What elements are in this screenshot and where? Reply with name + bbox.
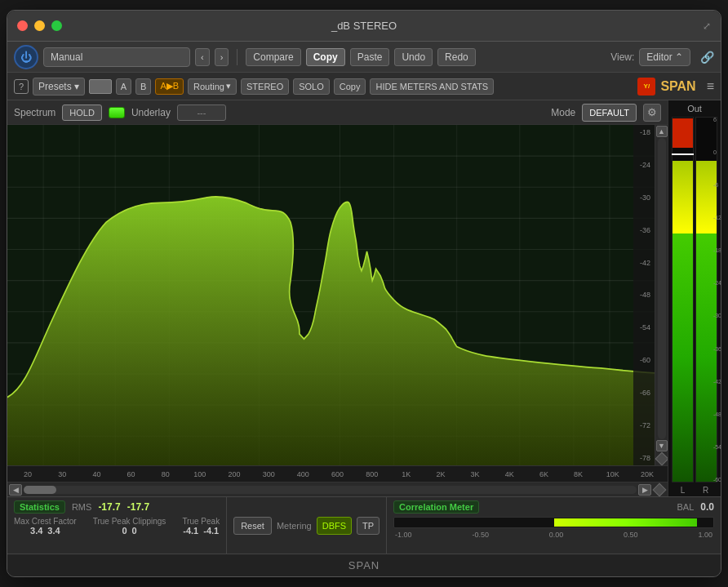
- underlay-box[interactable]: ---: [177, 105, 226, 121]
- true-peak-val1: -4.1: [183, 526, 198, 536]
- scroll-left-arrow[interactable]: ◀: [9, 484, 22, 496]
- db-neg54: -54: [713, 444, 721, 450]
- meter-bars-container: 6 0 -6 -12 -18 -24 -30 -36 -42 -48 -54 -…: [668, 115, 721, 484]
- redo-button[interactable]: Redo: [437, 48, 476, 66]
- routing-button[interactable]: Routing ▾: [188, 78, 237, 95]
- freq-80: 80: [149, 470, 183, 478]
- close-button[interactable]: [17, 20, 28, 31]
- corr-scale-1: 1.00: [698, 531, 712, 539]
- max-crest-values: 3.4 3.4: [30, 526, 60, 536]
- color-block[interactable]: [89, 79, 112, 94]
- meter-db-scale: 6 0 -6 -12 -18 -24 -30 -36 -42 -48 -54 -…: [713, 115, 721, 484]
- menu-icon[interactable]: ≡: [707, 79, 714, 94]
- nav-prev-button[interactable]: ‹: [195, 48, 210, 66]
- correlation-section: Correlation Meter BAL 0.0 -1.00 -0.50 0.…: [387, 497, 721, 554]
- fullscreen-button[interactable]: [51, 20, 62, 31]
- scroll-down-arrow[interactable]: ▼: [656, 440, 668, 451]
- presets-button[interactable]: Presets ▾: [33, 78, 85, 96]
- db-neg30: -30: [713, 313, 721, 318]
- link-icon[interactable]: 🔗: [700, 51, 714, 64]
- freq-1k: 1K: [389, 470, 424, 478]
- db-neg60: -60: [713, 477, 721, 482]
- db-label-24: -24: [635, 161, 653, 169]
- manual-select[interactable]: Manual: [43, 47, 190, 67]
- max-crest-label: Max Crest Factor: [14, 517, 77, 526]
- freq-600: 600: [320, 470, 354, 478]
- expand-icon[interactable]: ⤢: [703, 20, 711, 32]
- nav-next-button[interactable]: ›: [215, 48, 229, 66]
- freq-scale: 20 30 40 60 80 100 200 300 400 600 800 1…: [7, 465, 668, 482]
- reset-button[interactable]: Reset: [233, 517, 272, 535]
- rms-value-2: -17.7: [127, 501, 149, 513]
- corr-scale-neg05: -0.50: [472, 531, 489, 539]
- minimize-button[interactable]: [34, 20, 45, 31]
- bal-value: 0.0: [700, 501, 714, 513]
- view-editor-select[interactable]: Editor ⌃: [639, 48, 690, 66]
- tp-button[interactable]: TP: [357, 517, 380, 535]
- scroll-up-arrow[interactable]: ▲: [656, 126, 668, 137]
- green-led[interactable]: [109, 107, 125, 118]
- true-peak-clips-label: True Peak Clippings: [93, 517, 166, 526]
- scroll-thumb[interactable]: [24, 486, 56, 494]
- ab-button[interactable]: A▶B: [155, 78, 184, 95]
- corr-scale-05: 0.50: [624, 531, 638, 539]
- l-label: L: [681, 486, 686, 495]
- title-bar-right: ⤢: [703, 20, 711, 32]
- mode-gear-icon[interactable]: ⚙: [643, 104, 661, 122]
- true-peak-clips-values: 0 0: [122, 526, 136, 536]
- main-window: _dB STEREO ⤢ ⏻ Manual ‹ › Compare Copy P…: [7, 10, 721, 577]
- compare-button[interactable]: Compare: [246, 48, 300, 66]
- hold-button[interactable]: HOLD: [62, 105, 102, 121]
- left-meter-red: [673, 118, 693, 148]
- db-label-42: -42: [635, 259, 653, 267]
- true-peak-section: True Peak -4.1 -4.1: [182, 517, 220, 536]
- statistics-bar: Statistics RMS -17.7 -17.7 Max Crest Fac…: [7, 496, 721, 554]
- zoom-diamond[interactable]: [653, 482, 667, 496]
- mode-select[interactable]: DEFAULT: [582, 104, 637, 122]
- toolbar-separator: [237, 49, 237, 65]
- db-neg18: -18: [713, 247, 721, 253]
- db-6: 6: [713, 117, 721, 122]
- max-crest-section: Max Crest Factor 3.4 3.4: [14, 517, 77, 536]
- out-label: Out: [687, 100, 702, 115]
- hide-meters-button[interactable]: HIDE METERS AND STATS: [370, 78, 494, 95]
- spectrum-canvas[interactable]: -18 -24 -30 -36 -42 -48 -54 -60 -66 -72 …: [7, 125, 655, 465]
- span-logo: Y/ SPAN: [637, 78, 695, 96]
- correlation-badge: Correlation Meter: [393, 500, 479, 514]
- rms-label: RMS: [72, 502, 91, 512]
- b-button[interactable]: B: [135, 78, 151, 95]
- help-button[interactable]: ?: [14, 79, 29, 94]
- freq-200: 200: [217, 470, 251, 478]
- true-peak-val2: -4.1: [203, 526, 219, 536]
- toolbar: ⏻ Manual ‹ › Compare Copy Paste Undo Red…: [7, 42, 721, 73]
- title-bar: _dB STEREO ⤢: [7, 11, 721, 42]
- bottom-bar: SPAN: [7, 554, 721, 576]
- plugin-copy-button[interactable]: Copy: [334, 78, 366, 95]
- left-meter-marker: [672, 153, 694, 155]
- freq-6k: 6K: [526, 470, 561, 478]
- db-label-72: -72: [635, 421, 653, 429]
- freq-400: 400: [286, 470, 320, 478]
- stereo-button[interactable]: STEREO: [241, 78, 289, 95]
- copy-button[interactable]: Copy: [306, 48, 345, 66]
- statistics-badge: Statistics: [14, 500, 65, 514]
- freq-8k: 8K: [562, 470, 596, 478]
- a-button[interactable]: A: [116, 78, 131, 95]
- scroll-diamond[interactable]: [655, 452, 668, 465]
- mode-label: Mode: [551, 107, 575, 118]
- scroll-right-arrow[interactable]: ▶: [638, 484, 651, 496]
- left-meter: [672, 117, 694, 482]
- freq-300: 300: [251, 470, 286, 478]
- freq-10k: 10K: [596, 470, 630, 478]
- undo-button[interactable]: Undo: [394, 48, 433, 66]
- db-label-66: -66: [635, 389, 653, 397]
- dbfs-button[interactable]: DBFS: [317, 517, 352, 535]
- solo-button[interactable]: SOLO: [293, 78, 330, 95]
- paste-button[interactable]: Paste: [350, 48, 390, 66]
- vertical-scroll-track[interactable]: [658, 138, 666, 439]
- freq-3k: 3K: [458, 470, 492, 478]
- corr-scale-0: 0.00: [549, 531, 564, 539]
- horizontal-scroll-track[interactable]: [24, 486, 637, 494]
- power-button[interactable]: ⏻: [14, 45, 38, 69]
- statistics-section: Statistics RMS -17.7 -17.7 Max Crest Fac…: [7, 497, 227, 554]
